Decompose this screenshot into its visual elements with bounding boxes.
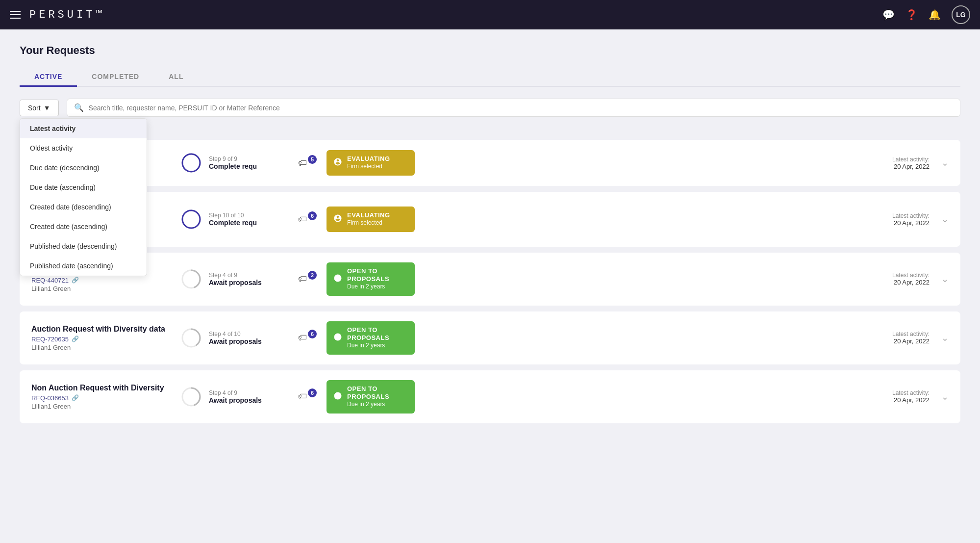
step-label: Complete requ	[209, 162, 257, 170]
tab-active[interactable]: ACTIVE	[20, 68, 77, 87]
search-box: 🔍	[67, 99, 960, 117]
card-tags[interactable]: 🏷 2	[290, 274, 315, 284]
main-content: Your Requests ACTIVE COMPLETED ALL Sort …	[0, 29, 980, 444]
status-badge[interactable]: OPEN TO PROPOSALS Due in 2 years	[327, 262, 415, 296]
card-tags[interactable]: 🏷 6	[290, 214, 315, 225]
activity-label: Latest activity:	[427, 389, 930, 396]
badge-text: EVALUATING Firm selected	[347, 211, 390, 227]
svg-point-1	[182, 154, 200, 172]
status-badge[interactable]: OPEN TO PROPOSALS Due in 2 years	[327, 321, 415, 355]
tag-count: 2	[308, 271, 317, 280]
card-expand-icon[interactable]: ⌄	[941, 214, 949, 225]
step-progress-circle	[180, 208, 202, 230]
request-card[interactable]: Auction Request with Diversity data REQ-…	[20, 311, 960, 364]
page-title: Your Requests	[20, 44, 960, 57]
search-icon: 🔍	[74, 103, 84, 112]
badge-button[interactable]: OPEN TO PROPOSALS Due in 2 years	[327, 321, 415, 355]
card-title: Non Auction Request with Diversity	[31, 384, 169, 392]
badge-button[interactable]: OPEN TO PROPOSALS Due in 2 years	[327, 380, 415, 414]
card-expand-icon[interactable]: ⌄	[941, 391, 949, 402]
card-user: Lillian1 Green	[31, 285, 169, 292]
card-user: Lillian1 Green	[31, 403, 169, 410]
step-info: Step 4 of 10 Await proposals	[209, 331, 262, 345]
status-badge[interactable]: EVALUATING Firm selected	[327, 207, 415, 232]
badge-text: OPEN TO PROPOSALS Due in 2 years	[347, 385, 408, 409]
filter-row: Sort ▼ Latest activity Oldest activity D…	[20, 99, 960, 117]
sort-option-published-asc[interactable]: Published date (ascending)	[20, 256, 147, 276]
step-circle-svg	[180, 152, 202, 174]
card-expand-icon[interactable]: ⌄	[941, 274, 949, 284]
activity-date: 20 Apr, 2022	[427, 219, 930, 227]
activity-date: 20 Apr, 2022	[427, 396, 930, 404]
sort-option-due-asc[interactable]: Due date (ascending)	[20, 178, 147, 197]
svg-point-3	[182, 210, 200, 228]
sort-button[interactable]: Sort ▼	[20, 100, 59, 116]
badge-icon	[333, 157, 342, 168]
card-tags[interactable]: 🏷 6	[290, 333, 315, 343]
card-expand-icon[interactable]: ⌄	[941, 157, 949, 168]
badge-button[interactable]: EVALUATING Firm selected	[327, 207, 415, 232]
sort-option-latest-activity[interactable]: Latest activity	[20, 119, 147, 138]
step-circle-svg	[180, 208, 202, 230]
request-card[interactable]: RFPR test request REQ-440721 🔗 Lillian1 …	[20, 253, 960, 306]
hamburger-menu[interactable]	[10, 11, 21, 19]
card-req-id: REQ-720635	[31, 336, 69, 343]
card-step: Step 9 of 9 Complete requ	[180, 152, 278, 174]
step-progress-circle	[180, 327, 202, 349]
tag-icon: 🏷	[298, 391, 307, 402]
step-info: Step 4 of 9 Await proposals	[209, 272, 262, 286]
request-card[interactable]: Reverse Auction With Client Feedback REQ…	[20, 192, 960, 247]
search-input[interactable]	[89, 104, 953, 112]
avatar[interactable]: LG	[952, 5, 970, 24]
sort-option-oldest-activity[interactable]: Oldest activity	[20, 138, 147, 158]
card-meta: REQ-720635 🔗	[31, 336, 169, 343]
chat-icon[interactable]: 💬	[882, 9, 895, 21]
sort-option-created-desc[interactable]: Created date (descending)	[20, 197, 147, 217]
step-of: Step 4 of 9	[209, 389, 262, 396]
activity-date: 20 Apr, 2022	[427, 337, 930, 345]
badge-sub: Firm selected	[347, 219, 390, 227]
tag-icon: 🏷	[298, 214, 307, 225]
card-meta: REQ-440721 🔗	[31, 277, 169, 284]
card-tags[interactable]: 🏷 5	[290, 158, 315, 168]
step-of: Step 10 of 10	[209, 212, 257, 219]
activity-label: Latest activity:	[427, 331, 930, 337]
tag-count: 5	[308, 155, 317, 164]
request-card[interactable]: Non Auction Request with Diversity REQ-0…	[20, 370, 960, 423]
badge-sub: Due in 2 years	[347, 341, 408, 350]
badge-icon	[333, 391, 342, 402]
request-card[interactable]: RFI with Client Feedback REQ-117144 🔗 Li…	[20, 140, 960, 186]
help-icon[interactable]: ❓	[905, 9, 918, 21]
badge-text: EVALUATING Firm selected	[347, 155, 390, 171]
notification-icon[interactable]: 🔔	[929, 9, 941, 21]
tabs-bar: ACTIVE COMPLETED ALL	[20, 68, 960, 87]
card-activity: Latest activity: 20 Apr, 2022	[427, 331, 930, 345]
card-step: Step 4 of 10 Await proposals	[180, 327, 278, 349]
link-icon: 🔗	[72, 277, 79, 284]
step-info: Step 10 of 10 Complete requ	[209, 212, 257, 227]
step-label: Await proposals	[209, 279, 262, 286]
sort-option-due-desc[interactable]: Due date (descending)	[20, 158, 147, 178]
tag-icon: 🏷	[298, 274, 307, 284]
status-badge[interactable]: OPEN TO PROPOSALS Due in 2 years	[327, 380, 415, 414]
sort-option-published-desc[interactable]: Published date (descending)	[20, 236, 147, 256]
sort-option-created-asc[interactable]: Created date (ascending)	[20, 217, 147, 236]
badge-sub: Due in 2 years	[347, 400, 408, 409]
tab-completed[interactable]: COMPLETED	[77, 68, 154, 87]
badge-title: OPEN TO PROPOSALS	[347, 326, 408, 341]
tag-count: 6	[308, 388, 317, 397]
step-circle-svg	[180, 386, 202, 408]
step-progress-circle	[180, 268, 202, 290]
status-badge[interactable]: EVALUATING Firm selected	[327, 150, 415, 176]
badge-button[interactable]: OPEN TO PROPOSALS Due in 2 years	[327, 262, 415, 296]
card-activity: Latest activity: 20 Apr, 2022	[427, 156, 930, 170]
card-tags[interactable]: 🏷 6	[290, 391, 315, 402]
tab-all[interactable]: ALL	[154, 68, 198, 87]
badge-button[interactable]: EVALUATING Firm selected	[327, 150, 415, 176]
card-expand-icon[interactable]: ⌄	[941, 333, 949, 343]
badge-icon	[333, 214, 342, 225]
card-activity: Latest activity: 20 Apr, 2022	[427, 389, 930, 404]
step-progress-circle	[180, 386, 202, 408]
card-step: Step 4 of 9 Await proposals	[180, 386, 278, 408]
badge-icon	[333, 274, 342, 284]
